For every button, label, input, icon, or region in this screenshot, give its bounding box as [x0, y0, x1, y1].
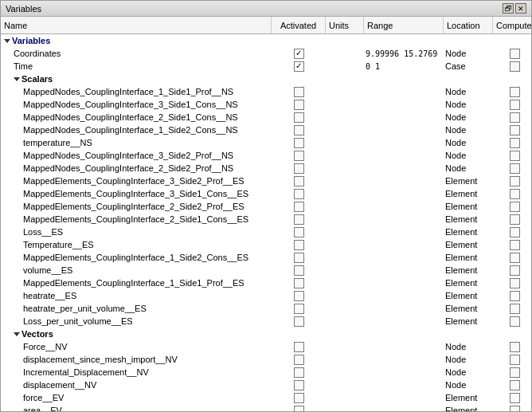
- list-item[interactable]: MappedNodes_CouplingInterface_2_Side2_Pr…: [1, 162, 531, 175]
- expand-icon[interactable]: [14, 77, 20, 81]
- list-item[interactable]: area__EVElement: [1, 404, 531, 411]
- computed-cell[interactable]: [493, 355, 531, 365]
- computed-cell[interactable]: [493, 138, 531, 148]
- activated-cell[interactable]: [272, 278, 326, 288]
- computed-cell[interactable]: [493, 278, 531, 288]
- list-item[interactable]: MappedNodes_CouplingInterface_3_Side2_Pr…: [1, 149, 531, 162]
- computed-cell[interactable]: [493, 380, 531, 390]
- activated-cell[interactable]: [272, 316, 326, 327]
- activated-cell[interactable]: [272, 355, 326, 365]
- list-item[interactable]: displacement_since_mesh_import__NVNode: [1, 353, 531, 366]
- checkbox[interactable]: [294, 151, 304, 161]
- header-computed[interactable]: Computed: [493, 17, 532, 33]
- computed-checkbox[interactable]: [510, 291, 520, 301]
- activated-cell[interactable]: [272, 291, 326, 301]
- header-range[interactable]: Range: [364, 17, 444, 33]
- checkbox[interactable]: [294, 304, 304, 314]
- computed-cell[interactable]: [493, 393, 531, 403]
- activated-cell[interactable]: [272, 227, 326, 237]
- activated-cell[interactable]: [272, 406, 326, 412]
- computed-cell[interactable]: [493, 240, 531, 250]
- computed-cell[interactable]: [493, 189, 531, 199]
- activated-cell[interactable]: [272, 393, 326, 403]
- computed-cell[interactable]: [493, 316, 531, 327]
- computed-cell[interactable]: [493, 214, 531, 225]
- computed-cell[interactable]: [493, 112, 531, 123]
- computed-checkbox[interactable]: [510, 316, 520, 327]
- computed-checkbox[interactable]: [510, 355, 520, 365]
- computed-checkbox[interactable]: [510, 278, 520, 288]
- list-item[interactable]: Coordinates9.99996 15.2769Node: [1, 47, 531, 60]
- tree-content[interactable]: VariablesCoordinates9.99996 15.2769NodeT…: [1, 34, 531, 411]
- computed-cell[interactable]: [493, 202, 531, 212]
- computed-checkbox[interactable]: [510, 87, 520, 97]
- computed-checkbox[interactable]: [510, 265, 520, 276]
- checkbox[interactable]: [294, 214, 304, 225]
- expand-icon[interactable]: [4, 39, 10, 43]
- checkbox[interactable]: [294, 342, 304, 352]
- list-item[interactable]: Variables: [1, 34, 531, 47]
- list-item[interactable]: Loss__ESElement: [1, 226, 531, 238]
- checkbox[interactable]: [294, 240, 304, 250]
- computed-cell[interactable]: [493, 125, 531, 135]
- computed-checkbox[interactable]: [510, 189, 520, 199]
- restore-button[interactable]: 🗗: [503, 3, 514, 14]
- computed-checkbox[interactable]: [510, 125, 520, 135]
- list-item[interactable]: MappedElements_CouplingInterface_3_Side1…: [1, 187, 531, 200]
- checkbox[interactable]: [294, 87, 304, 97]
- header-units[interactable]: Units: [326, 17, 364, 33]
- list-item[interactable]: MappedElements_CouplingInterface_3_Side2…: [1, 175, 531, 187]
- computed-checkbox[interactable]: [510, 61, 520, 72]
- computed-cell[interactable]: [493, 406, 531, 412]
- activated-cell[interactable]: [272, 189, 326, 199]
- expand-icon[interactable]: [14, 332, 20, 336]
- list-item[interactable]: force__EVElement: [1, 391, 531, 404]
- header-location[interactable]: Location: [444, 17, 493, 33]
- activated-cell[interactable]: [272, 112, 326, 123]
- checkbox[interactable]: [294, 125, 304, 135]
- checkbox[interactable]: [294, 393, 304, 403]
- checkbox[interactable]: [294, 316, 304, 327]
- computed-checkbox[interactable]: [510, 240, 520, 250]
- list-item[interactable]: MappedNodes_CouplingInterface_3_Side1_Co…: [1, 98, 531, 111]
- checkbox[interactable]: [294, 100, 304, 110]
- activated-cell[interactable]: [272, 163, 326, 174]
- computed-checkbox[interactable]: [510, 393, 520, 403]
- header-name[interactable]: Name: [1, 17, 272, 33]
- checkbox[interactable]: [294, 49, 304, 59]
- list-item[interactable]: heatrate__ESElement: [1, 289, 531, 302]
- computed-checkbox[interactable]: [510, 227, 520, 237]
- computed-cell[interactable]: [493, 151, 531, 161]
- computed-cell[interactable]: [493, 367, 531, 378]
- activated-cell[interactable]: [272, 125, 326, 135]
- list-item[interactable]: temperature__NSNode: [1, 136, 531, 149]
- computed-checkbox[interactable]: [510, 380, 520, 390]
- computed-checkbox[interactable]: [510, 163, 520, 174]
- activated-cell[interactable]: [272, 138, 326, 148]
- checkbox[interactable]: [294, 138, 304, 148]
- list-item[interactable]: Time0 1Case: [1, 60, 531, 73]
- computed-checkbox[interactable]: [510, 214, 520, 225]
- activated-cell[interactable]: [272, 61, 326, 72]
- list-item[interactable]: heatrate_per_unit_volume__ESElement: [1, 302, 531, 315]
- computed-cell[interactable]: [493, 227, 531, 237]
- list-item[interactable]: MappedNodes_CouplingInterface_1_Side2_Co…: [1, 124, 531, 136]
- list-item[interactable]: Loss_per_unit_volume__ESElement: [1, 315, 531, 328]
- checkbox[interactable]: [294, 163, 304, 174]
- list-item[interactable]: MappedElements_CouplingInterface_2_Side1…: [1, 213, 531, 226]
- checkbox[interactable]: [294, 112, 304, 123]
- activated-cell[interactable]: [272, 202, 326, 212]
- computed-checkbox[interactable]: [510, 367, 520, 378]
- activated-cell[interactable]: [272, 265, 326, 276]
- activated-cell[interactable]: [272, 253, 326, 263]
- checkbox[interactable]: [294, 278, 304, 288]
- computed-cell[interactable]: [493, 87, 531, 97]
- computed-cell[interactable]: [493, 342, 531, 352]
- list-item[interactable]: MappedElements_CouplingInterface_1_Side2…: [1, 251, 531, 264]
- computed-checkbox[interactable]: [510, 112, 520, 123]
- activated-cell[interactable]: [272, 367, 326, 378]
- computed-checkbox[interactable]: [510, 100, 520, 110]
- computed-cell[interactable]: [493, 49, 531, 59]
- computed-checkbox[interactable]: [510, 138, 520, 148]
- computed-checkbox[interactable]: [510, 176, 520, 186]
